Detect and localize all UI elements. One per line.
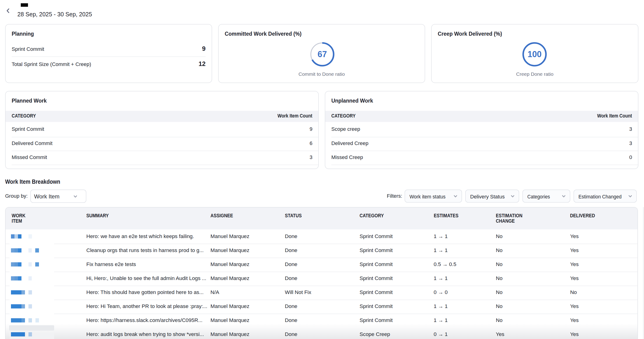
svg-text:67: 67 <box>318 49 327 59</box>
svg-text:100: 100 <box>528 49 542 59</box>
